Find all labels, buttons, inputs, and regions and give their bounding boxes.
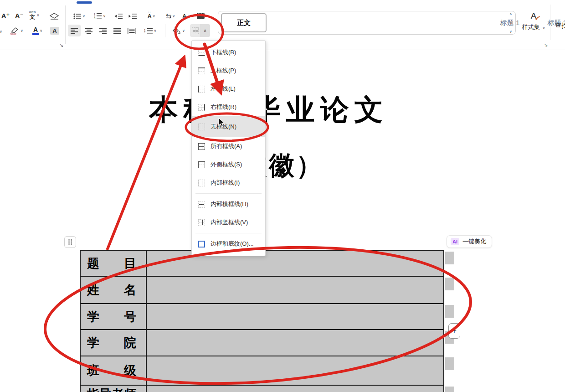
chevron-down-icon: ∨ [82,14,85,18]
add-column-button[interactable]: + [448,323,460,339]
char-scale-icon: ↔ A [147,13,151,20]
chevron-down-icon: ∨ [182,29,185,33]
sort-icon: A↓ [182,13,190,20]
numbered-list-button[interactable]: 1 2 3 ∨ [90,10,110,22]
distribute-button[interactable] [125,25,139,36]
increase-font-icon: A⁺ [1,12,10,20]
inside-borders-icon [198,180,205,186]
row-end-mark [445,252,454,264]
drag-dots-icon [68,239,72,245]
clear-format-button[interactable] [47,10,61,22]
menu-item-right-border[interactable]: 右框线(R) [192,98,265,116]
find-button[interactable]: 查找 [555,22,565,30]
formatting-marks-button[interactable] [194,10,207,22]
decrease-font-button[interactable]: A⁻ [13,10,26,22]
table-value-cell[interactable] [146,250,444,276]
char-scale-button[interactable]: ↔ A ∨ [141,10,161,22]
top-border-icon [198,67,205,74]
table-value-cell[interactable] [146,330,444,356]
line-spacing-button[interactable]: ↕ ∨ [140,25,160,36]
outside-borders-icon [198,161,205,168]
menu-item-all-borders[interactable]: 所有框线(A) [192,137,265,155]
menu-item-top-border[interactable]: 上框线(P) [192,62,265,80]
font-dropdown-button[interactable]: ∨ [0,26,4,37]
line-spacing-icon: ↕ [144,27,146,34]
align-center-button[interactable] [82,25,95,36]
style-label: 正文 [237,19,251,27]
chevron-down-icon: ∨ [153,14,155,18]
svg-text:3: 3 [94,17,95,19]
table-value-cell[interactable] [146,385,444,392]
font-color-button[interactable]: A ∨ [27,25,47,36]
menu-item-inside-vertical-border[interactable]: 内部竖框线(V) [192,213,265,232]
menu-item-outside-borders[interactable]: 外侧框线(S) [192,155,265,174]
char-shading-icon: A [50,27,59,35]
table-value-cell[interactable] [146,356,444,385]
chevron-down-icon: ∨ [40,29,42,33]
bullet-list-icon [73,13,82,19]
menu-item-borders-and-shading[interactable]: 边框和底纹(O)... [192,235,265,253]
borders-dropdown-button[interactable]: ∧ [200,24,210,37]
gallery-expand-button[interactable]: ∨ [509,29,512,34]
table-label-cell[interactable]: 指导老师 [80,385,146,392]
highlight-color-button[interactable]: ∨ [6,25,26,36]
menu-item-label: 下框线(B) [211,48,236,57]
menu-item-label: 右框线(R) [211,103,236,111]
increase-font-button[interactable]: A⁺ [0,10,12,22]
decrease-indent-button[interactable] [112,10,125,22]
swap-arrows-icon: ⇆ [166,12,172,20]
decrease-font-icon: A⁻ [15,12,24,20]
phonetic-guide-button[interactable]: wén 文 ∨ [26,9,42,21]
group-divider [213,7,213,37]
gallery-scroll-down-button[interactable]: ∨ [509,21,512,25]
menu-separator [195,233,262,233]
gallery-scroll-up-button[interactable]: ∧ [509,12,512,16]
table-move-handle[interactable] [64,236,76,248]
bullet-list-button[interactable]: ∨ [70,10,89,22]
table-value-cell[interactable] [146,304,444,330]
menu-item-no-border[interactable]: 无框线(N) [192,116,265,137]
borders-button[interactable] [190,24,200,37]
table-label-cell[interactable]: 学 号 [80,304,146,330]
menu-item-label: 无框线(N) [211,123,236,131]
font-color-icon: A [32,26,39,35]
right-border-icon [198,104,205,111]
align-left-button[interactable] [68,25,81,36]
menu-item-label: 边框和底纹(O)... [211,240,254,248]
menu-item-bottom-border[interactable]: 下框线(B) [192,43,265,62]
menu-item-inside-borders[interactable]: 内部框线(I) [192,174,265,192]
increase-indent-button[interactable] [126,10,139,22]
table-value-cell[interactable] [146,276,444,304]
justify-button[interactable] [111,25,123,36]
align-right-icon [99,28,107,34]
borders-split-button[interactable]: ∧ [190,24,210,37]
font-dialog-launcher[interactable]: ↘ [59,42,63,48]
ai-beautify-button[interactable]: AI 一键美化 [447,235,492,248]
row-end-mark [445,357,454,370]
inside-horizontal-border-icon [192,27,199,34]
justify-icon [113,28,121,34]
table-label-cell[interactable]: 学 院 [80,330,146,356]
table-row: 学 号 [80,304,444,330]
document-title: 本科生毕业论文 [0,90,538,129]
align-right-button[interactable] [97,25,109,36]
table-label-cell[interactable]: 题 目 [80,250,146,276]
ribbon: A⁺ A⁻ wén 文 ∨ ∨ ∨ [0,0,565,50]
char-shading-button[interactable]: A [48,25,61,36]
sort-button[interactable]: A↓ [179,10,193,22]
group-divider [65,5,66,44]
distribute-icon [128,28,136,34]
chevron-down-icon: ∨ [154,29,157,33]
style-set-button[interactable]: A 样式集 ∨ [520,11,547,38]
shading-button[interactable]: ∨ [168,25,188,36]
text-direction-button[interactable]: ⇆ ∨ [161,10,180,22]
table-label-cell[interactable]: 班 级 [80,356,146,385]
align-left-icon [71,28,78,34]
table-label-cell[interactable]: 姓 名 [80,276,146,304]
phonetic-guide-icon: wén 文 [29,10,36,20]
styles-dialog-launcher[interactable]: ↘ [544,42,548,48]
style-item-normal[interactable]: 正文 [221,13,267,32]
menu-item-inside-horizontal-border[interactable]: 内部横框线(H) [192,195,265,213]
menu-item-left-border[interactable]: 左框线(L) [192,80,265,98]
menu-item-label: 上框线(P) [211,67,236,75]
